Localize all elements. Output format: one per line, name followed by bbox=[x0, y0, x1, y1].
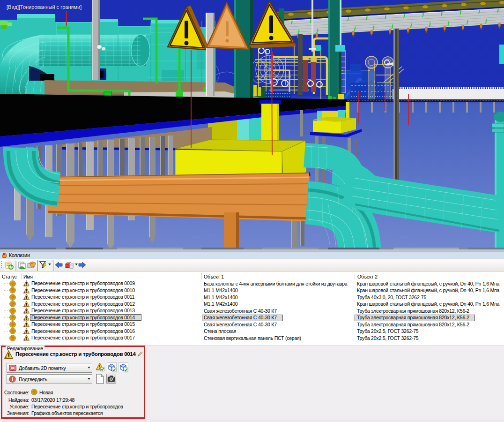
svg-text:?: ? bbox=[12, 316, 14, 320]
svg-text:?: ? bbox=[12, 282, 14, 286]
svg-text:?: ? bbox=[12, 288, 14, 293]
svg-text:?: ? bbox=[12, 336, 14, 340]
svg-text:?: ? bbox=[12, 329, 14, 333]
svg-text:?: ? bbox=[12, 295, 14, 300]
svg-text:1: 1 bbox=[110, 364, 112, 368]
svg-text:3: 3 bbox=[122, 364, 124, 368]
svg-text:?: ? bbox=[12, 323, 14, 327]
svg-text:[Вид][Тонированный с гранями]: [Вид][Тонированный с гранями] bbox=[7, 4, 82, 10]
svg-text:?: ? bbox=[12, 309, 14, 313]
svg-text:?: ? bbox=[33, 390, 36, 394]
svg-text:?: ? bbox=[12, 302, 14, 306]
